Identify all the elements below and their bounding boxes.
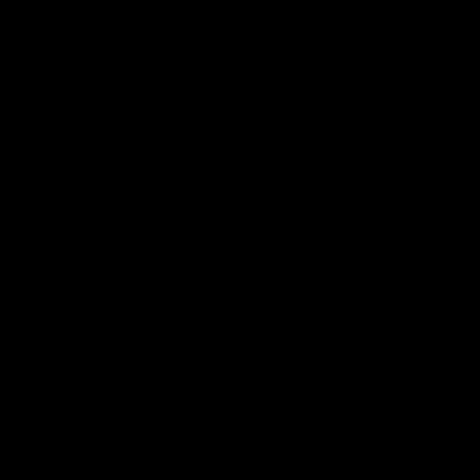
plot-area bbox=[24, 24, 452, 452]
crosshair-marker bbox=[21, 450, 27, 455]
chart-container bbox=[0, 0, 476, 476]
heatmap-canvas bbox=[24, 24, 452, 452]
crosshair-horizontal bbox=[24, 452, 452, 453]
crosshair-vertical bbox=[24, 24, 24, 452]
